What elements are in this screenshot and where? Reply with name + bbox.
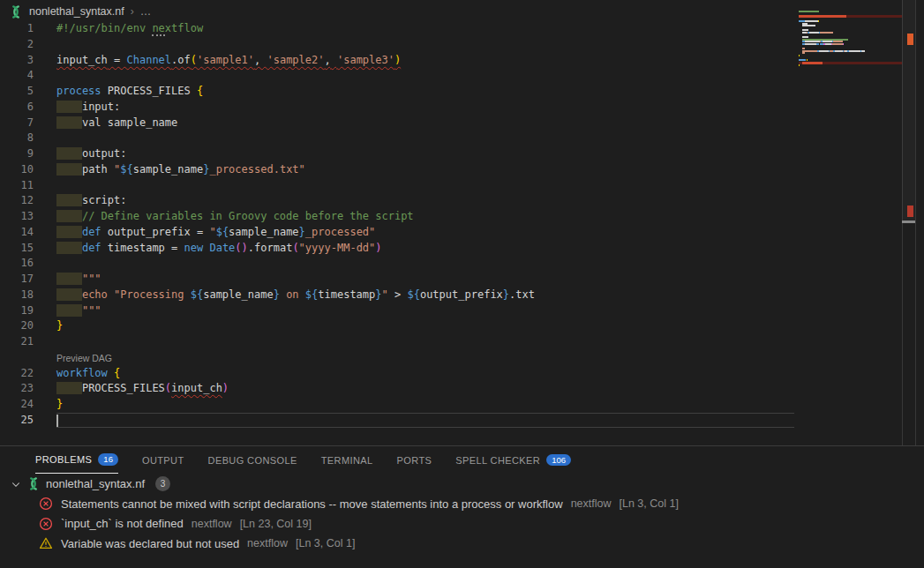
problem-source: nextflow (192, 518, 232, 530)
line-content (34, 256, 56, 272)
code-line-21[interactable]: 21 (0, 334, 902, 350)
line-content: #!/usr/bin/env nextflow (34, 21, 203, 37)
problem-location: [Ln 3, Col 1] (296, 537, 355, 549)
code-line-14[interactable]: 14 def output_prefix = "${sample_name}_p… (0, 225, 902, 241)
line-number: 4 (0, 68, 34, 84)
problems-file-name: nonlethal_syntax.nf (46, 477, 145, 490)
code-line-2[interactable]: 2 (0, 37, 902, 53)
code-lines: 1#!/usr/bin/env nextflow23input_ch = Cha… (0, 21, 902, 429)
code-line-20[interactable]: 20} (0, 318, 902, 334)
line-content: output: (34, 146, 126, 162)
code-line-11[interactable]: 11 (0, 178, 902, 194)
tab-debug-console[interactable]: DEBUG CONSOLE (208, 446, 297, 474)
tab-terminal-label: TERMINAL (321, 455, 373, 466)
code-line-23[interactable]: 23 PROCESS_FILES(input_ch) (0, 381, 902, 397)
line-content: workflow { (34, 366, 120, 382)
code-line-13[interactable]: 13 // Define variables in Groovy code be… (0, 209, 902, 225)
line-number: 19 (0, 303, 34, 319)
tab-problems-label: PROBLEMS (35, 454, 92, 465)
error-icon (39, 497, 53, 511)
line-number: 24 (0, 397, 34, 413)
line-content: } (34, 318, 63, 334)
warning-icon (39, 536, 53, 550)
tab-terminal[interactable]: TERMINAL (321, 446, 373, 474)
code-line-17[interactable]: 17 """ (0, 272, 902, 288)
line-number: 9 (0, 146, 34, 162)
nextflow-file-icon (9, 5, 23, 19)
tab-ports[interactable]: PORTS (397, 446, 432, 474)
line-content: PROCESS_FILES(input_ch) (34, 381, 229, 397)
tab-ports-label: PORTS (397, 455, 432, 466)
code-line-19[interactable]: 19 """ (0, 303, 902, 319)
code-line-25[interactable]: 25 (0, 413, 902, 429)
problem-message: Statements cannot be mixed with script d… (61, 497, 563, 511)
tab-spell-checker[interactable]: SPELL CHECKER 106 (455, 446, 571, 474)
line-content: script: (34, 193, 126, 209)
chevron-down-icon[interactable] (11, 479, 21, 490)
line-number: 12 (0, 193, 34, 209)
code-line-12[interactable]: 12 script: (0, 193, 902, 209)
code-line-9[interactable]: 9 output: (0, 146, 902, 162)
file-problem-count-badge: 3 (155, 476, 170, 491)
code-line-3[interactable]: 3input_ch = Channel.of('sample1', 'sampl… (0, 53, 902, 69)
tab-spell-checker-label: SPELL CHECKER (455, 455, 540, 466)
code-editor[interactable]: 1#!/usr/bin/env nextflow23input_ch = Cha… (0, 21, 902, 429)
line-content (34, 68, 56, 84)
line-content: input: (34, 100, 120, 116)
bottom-panel: PROBLEMS 16 OUTPUT DEBUG CONSOLE TERMINA… (0, 446, 924, 568)
line-number: 18 (0, 288, 34, 303)
code-line-22[interactable]: 22workflow { (0, 366, 902, 382)
problems-file-group[interactable]: nonlethal_syntax.nf 3 (0, 474, 924, 494)
code-line-24[interactable]: 24} (0, 397, 902, 413)
code-line-10[interactable]: 10 path "${sample_name}_processed.txt" (0, 162, 902, 178)
problems-count-badge: 16 (98, 453, 118, 466)
problem-location: [Ln 3, Col 1] (620, 497, 679, 510)
code-line-5[interactable]: 5process PROCESS_FILES { (0, 84, 902, 100)
problem-source: nextflow (247, 537, 288, 549)
line-content: def timestamp = new Date().format("yyyy-… (34, 241, 382, 257)
line-content (34, 131, 56, 146)
line-number: 6 (0, 100, 34, 116)
line-content: """ (34, 272, 101, 288)
code-line-18[interactable]: 18 echo "Processing ${sample_name} on ${… (0, 288, 902, 303)
error-icon (39, 517, 53, 531)
problem-location: [Ln 23, Col 19] (240, 518, 312, 530)
line-number: 16 (0, 256, 34, 272)
line-content: path "${sample_name}_processed.txt" (34, 162, 305, 178)
codelens-preview-dag[interactable]: Preview DAG (56, 353, 112, 363)
code-line-16[interactable]: 16 (0, 256, 902, 272)
line-content: process PROCESS_FILES { (34, 84, 203, 100)
scrollbar-slider-edge[interactable] (902, 220, 915, 223)
breadcrumb-separator: › (131, 5, 134, 18)
problem-row[interactable]: `input_ch` is not defined nextflow [Ln 2… (0, 514, 924, 534)
line-content (34, 413, 56, 429)
line-content: echo "Processing ${sample_name} on ${tim… (34, 288, 535, 303)
code-line-6[interactable]: 6 input: (0, 100, 902, 116)
tab-problems[interactable]: PROBLEMS 16 (35, 446, 118, 474)
code-line-7[interactable]: 7 val sample_name (0, 116, 902, 131)
breadcrumb-ellipsis[interactable]: … (140, 5, 153, 18)
problem-row[interactable]: Variable was declared but not used nextf… (0, 534, 924, 554)
breadcrumb-file[interactable]: nonlethal_syntax.nf (29, 5, 124, 18)
code-line-15[interactable]: 15 def timestamp = new Date().format("yy… (0, 241, 902, 257)
line-number: 15 (0, 241, 34, 257)
minimap[interactable] (799, 11, 902, 69)
line-number: 22 (0, 366, 34, 382)
overview-ruler-error-marker-top[interactable] (907, 34, 913, 45)
line-content: """ (34, 303, 101, 319)
problem-row[interactable]: Statements cannot be mixed with script d… (0, 494, 924, 514)
line-number: 13 (0, 209, 34, 225)
line-content: } (34, 397, 63, 413)
line-number: 2 (0, 37, 34, 53)
line-number: 20 (0, 318, 34, 334)
line-content (34, 178, 56, 194)
spell-checker-count-badge: 106 (546, 454, 571, 467)
line-number: 1 (0, 21, 34, 37)
line-number: 5 (0, 84, 34, 100)
code-line-4[interactable]: 4 (0, 68, 902, 84)
line-number: 11 (0, 178, 34, 194)
overview-ruler-error-marker-bottom[interactable] (907, 206, 913, 217)
code-line-8[interactable]: 8 (0, 131, 902, 146)
code-line-1[interactable]: 1#!/usr/bin/env nextflow (0, 21, 902, 37)
tab-output[interactable]: OUTPUT (142, 446, 184, 474)
